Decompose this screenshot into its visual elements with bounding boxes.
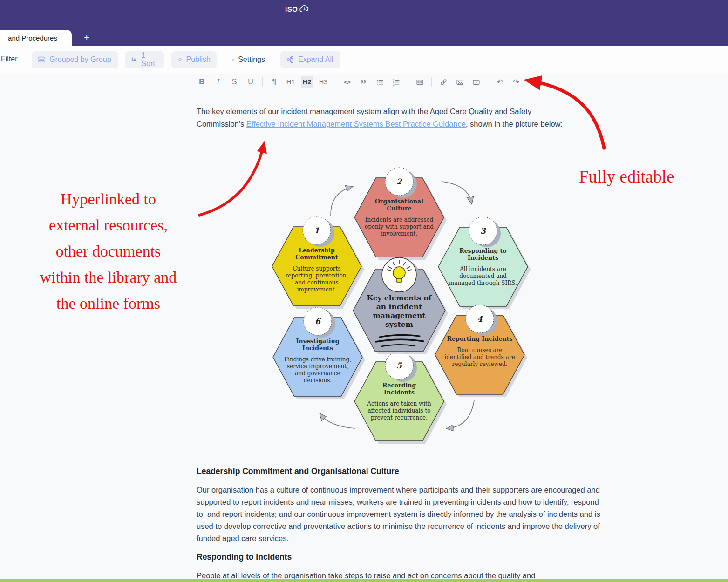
ordered-list-icon: 1 2 3 [393,79,400,86]
code-button[interactable]: <> [341,76,353,88]
badge-number: 3 [480,226,486,236]
link-button[interactable] [437,76,449,88]
toolbar-separator [262,77,263,87]
hexagon-desc: Actions are taken with affected individu… [362,400,436,421]
editor-toolbar: B I S U ¶ H1 H2 H3 <> ” 1 2 3 [196,74,546,90]
underline-button[interactable]: U [245,76,257,88]
hexagon-text: Organisational CultureIncidents are addr… [360,198,438,259]
h1-button[interactable]: H1 [285,76,297,88]
intro-text-after: , shown in the picture below: [466,120,563,128]
hexagon-title: Responding to Incidents [450,247,516,261]
arrow-2-to-3 [442,182,471,202]
sort-button[interactable]: 1 Sort [125,51,164,68]
hexagon-title: Reporting Incidents [447,335,513,342]
hexagon-title: Leadership Commitment [284,247,350,261]
badge-number: 2 [396,177,402,186]
annotation-line: within the library and [9,264,207,291]
toolbar-separator [528,77,528,87]
bottom-accent-line [0,579,728,582]
expand-all-button[interactable]: Expand All [280,51,340,68]
toolbar-separator [488,77,488,87]
ordered-list-button[interactable]: 1 2 3 [390,76,402,88]
intro-paragraph: The key elements of our incident managem… [197,105,578,130]
filter-button[interactable]: Filter [1,55,18,63]
group-icon [38,56,45,63]
annotation-fully-editable: Fully editable [579,167,674,187]
sort-label: 1 Sort [141,51,158,68]
arrow-5-to-6 [321,415,355,428]
hexagon-desc: Culture supports reporting, prevention, … [280,265,354,293]
image-button[interactable] [454,76,466,88]
sort-icon [131,56,137,63]
section-paragraph: Our organisation has a culture of contin… [197,484,603,544]
toolbar-separator [431,77,432,87]
undo-button[interactable]: ↶ [494,76,506,88]
tab-strip [0,28,728,46]
emoji-button[interactable]: ☺ [534,76,546,88]
hexagon-desc: Findings drive training, service improve… [281,356,354,384]
cloud-upload-icon [177,56,182,63]
redo-button[interactable]: ↷ [510,76,522,88]
grouped-by-label: Grouped by Group [49,55,111,64]
grouped-by-button[interactable]: Grouped by Group [32,51,118,68]
h2-button[interactable]: H2 [301,76,313,88]
settings-label: Settings [238,55,265,64]
hexagon-text: Responding to IncidentsAll incidents are… [444,247,522,309]
best-practice-guidance-link[interactable]: Effective Incident Management Systems Be… [246,120,466,128]
app-window: ISO + and Procedures + Filter Grouped by… [0,0,728,582]
center-title: Key elements of an incident management s… [364,293,434,329]
arrow-4-to-5 [449,400,474,428]
paragraph-button[interactable]: ¶ [268,76,280,88]
tab-label: and Procedures [8,34,57,42]
arrow-1-to-2 [331,187,351,216]
red-arrow-to-link [199,145,264,215]
hexagon-title: Recording Incidents [366,382,432,396]
svg-text:3: 3 [393,83,394,85]
logo-text: ISO [285,5,298,13]
hexagon-title: Organisational Culture [366,198,432,212]
diagram-canvas: 1Leadership CommitmentCulture supports r… [259,168,539,447]
badge-number: 4 [477,314,483,324]
top-bar [0,0,728,28]
annotation-hyperlinked-note: Hyperlinked to external resources, other… [9,186,207,317]
video-button[interactable] [470,76,482,88]
section-heading: Responding to Incidents [197,552,292,562]
new-tab-button[interactable]: + [78,30,95,46]
video-icon [473,79,480,86]
badge-number: 5 [396,361,402,370]
center-title-block: Key elements of an incident management s… [362,293,436,345]
cloud-plus-icon: + [299,4,312,14]
hexagon-text: Investigating IncidentsFindings drive tr… [279,338,357,399]
blockquote-button[interactable]: ” [357,74,369,90]
italic-button[interactable]: I [212,76,224,88]
bold-button[interactable]: B [196,76,208,88]
toolbar-separator [408,77,408,87]
bullet-list-icon [376,79,383,86]
bullet-list-button[interactable] [374,76,386,88]
plus-icon: + [84,33,89,43]
lightbulb-icon [393,267,405,279]
expand-all-label: Expand All [298,55,333,64]
table-button[interactable] [414,76,426,88]
publish-button[interactable]: Publish [171,51,217,68]
lightbulb-base [396,278,402,282]
tree-icon [286,56,294,63]
annotation-line: the online forms [9,291,207,317]
toolbar-separator [335,77,335,87]
svg-text:+: + [303,6,306,12]
hexagon-text: Reporting IncidentsRoot causes are ident… [441,335,519,397]
badge-number: 1 [314,226,320,235]
settings-button[interactable]: Settings [226,51,271,68]
section-heading: Leadership Commitment and Organisational… [197,467,399,476]
link-icon [440,79,447,86]
annotation-line: Hyperlinked to [9,186,207,212]
tab-policies-and-procedures[interactable]: and Procedures [0,30,72,46]
hexagon-desc: All incidents are documented and managed… [446,266,520,287]
hexagon-desc: Root causes are identified and trends ar… [443,347,517,368]
strikethrough-button[interactable]: S [228,76,240,88]
image-icon [456,79,463,86]
h3-button[interactable]: H3 [317,76,329,88]
annotation-line: other documents [9,238,207,264]
table-icon [416,79,423,86]
publish-label: Publish [186,55,211,64]
